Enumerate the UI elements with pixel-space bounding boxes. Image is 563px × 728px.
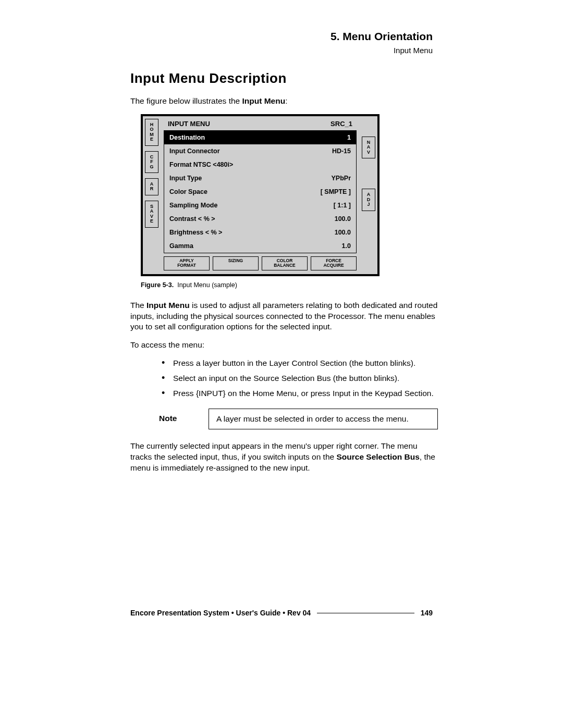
menu-row: Brightness < % >100.0: [164, 226, 356, 239]
menu-title-right: SRC_1: [331, 120, 352, 128]
note-label: Note: [159, 409, 209, 429]
side-tab: AR: [145, 178, 158, 195]
input-menu-figure: HOMECFGARSAVE INPUT MENU SRC_1 Destinati…: [141, 114, 380, 276]
softkeys-row: APPLYFORMATSIZINGCOLORBALANCEFORCEACQUIR…: [161, 256, 360, 274]
menu-row: Color Space[ SMPTE ]: [164, 185, 356, 199]
footer-left: Encore Presentation System • User's Guid…: [130, 609, 311, 617]
softkey: FORCEACQUIRE: [311, 256, 357, 270]
note-text: A layer must be selected in order to acc…: [209, 409, 438, 429]
menu-row: Gamma1.0: [164, 239, 356, 253]
menu-title-left: INPUT MENU: [168, 120, 210, 128]
list-item: Select an input on the Source Selection …: [162, 373, 438, 384]
menu-header: INPUT MENU SRC_1: [161, 116, 360, 130]
figure-caption: Figure 5-3. Input Menu (sample): [141, 281, 438, 289]
note-block: Note A layer must be selected in order t…: [159, 409, 438, 429]
side-tab: SAVE: [145, 201, 158, 228]
paragraph-1: The Input Menu is used to adjust all par…: [130, 300, 438, 333]
softkey: SIZING: [213, 256, 259, 270]
page-number: 149: [421, 609, 433, 617]
right-side-tabs: NAVADJ: [360, 116, 377, 274]
bullet-list: Press a layer button in the Layer Contro…: [130, 358, 438, 399]
menu-row: Contrast < % >100.0: [164, 212, 356, 226]
menu-row: Destination1: [164, 131, 356, 144]
footer-rule: [317, 613, 414, 613]
chapter-title: 5. Menu Orientation: [331, 30, 433, 43]
paragraph-2: The currently selected input appears in …: [130, 441, 438, 474]
menu-body: Destination1Input ConnectorHD-15Format N…: [164, 130, 357, 253]
softkey: COLORBALANCE: [262, 256, 308, 270]
intro-text: The figure below illustrates the Input M…: [130, 96, 438, 107]
list-item: Press a layer button in the Layer Contro…: [162, 358, 438, 369]
side-tab: HOME: [145, 119, 158, 146]
menu-row: Format NTSC <480i>: [164, 158, 356, 171]
side-tab: NAV: [362, 137, 375, 158]
side-tab: CFG: [145, 151, 158, 173]
softkey: APPLYFORMAT: [164, 256, 210, 270]
side-tab: ADJ: [362, 189, 375, 211]
menu-row: Sampling Mode[ 1:1 ]: [164, 199, 356, 212]
page-title: Input Menu Description: [130, 70, 438, 87]
list-item: Press {INPUT} on the Home Menu, or press…: [162, 388, 438, 399]
access-intro: To access the menu:: [130, 340, 438, 351]
left-side-tabs: HOMECFGARSAVE: [143, 116, 161, 274]
section-label: Input Menu: [331, 46, 433, 55]
page-footer: Encore Presentation System • User's Guid…: [130, 609, 433, 617]
menu-row: Input TypeYPbPr: [164, 171, 356, 185]
menu-row: Input ConnectorHD-15: [164, 144, 356, 158]
